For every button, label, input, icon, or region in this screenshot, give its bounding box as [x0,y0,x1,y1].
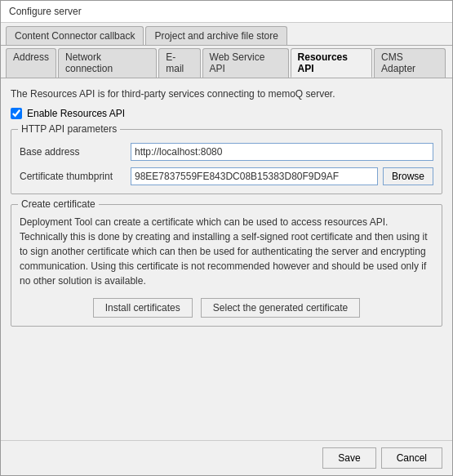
cert-thumbprint-row: Certificate thumbprint Browse [20,167,433,185]
browse-button[interactable]: Browse [383,167,433,185]
tab-email[interactable]: E-mail [158,48,200,78]
content-area: The Resources API is for third-party ser… [1,78,452,440]
info-text: The Resources API is for third-party ser… [11,87,442,101]
top-tab-row: Content Connector callback Project and a… [1,23,452,46]
create-cert-description: Deployment Tool can create a certificate… [20,215,433,288]
base-address-label: Base address [20,146,126,158]
cert-thumbprint-label: Certificate thumbprint [20,171,126,182]
create-cert-title: Create certificate [18,198,99,210]
configure-server-window: Configure server Content Connector callb… [0,0,453,476]
base-address-input[interactable] [131,143,433,161]
tab-cms-adapter[interactable]: CMS Adapter [374,48,446,78]
cancel-button[interactable]: Cancel [381,447,442,469]
install-certificates-button[interactable]: Install certificates [93,298,193,318]
bottom-tab-row: Address Network connection E-mail Web Se… [1,46,452,78]
window-title: Configure server [9,6,82,17]
create-cert-group: Create certificate Deployment Tool can c… [11,204,442,327]
select-generated-certificate-button[interactable]: Select the generated certificate [201,298,360,318]
http-api-group: HTTP API parameters Base address Certifi… [11,129,442,194]
tab-content-connector[interactable]: Content Connector callback [6,26,144,45]
enable-resources-api-label: Enable Resources API [27,108,125,119]
cert-thumbprint-input[interactable] [131,167,378,185]
footer: Save Cancel [1,440,452,475]
tab-project-archive[interactable]: Project and archive file store [145,26,286,45]
tab-address[interactable]: Address [6,48,56,78]
enable-checkbox-row: Enable Resources API [11,108,442,119]
cert-buttons-row: Install certificates Select the generate… [20,298,433,318]
tab-network-connection[interactable]: Network connection [58,48,157,78]
enable-resources-api-checkbox[interactable] [11,108,22,119]
tab-web-service-api[interactable]: Web Service API [202,48,289,78]
http-api-group-title: HTTP API parameters [18,123,120,135]
base-address-row: Base address [20,143,433,161]
title-bar: Configure server [1,1,452,23]
save-button[interactable]: Save [322,447,375,469]
tab-resources-api[interactable]: Resources API [291,48,373,78]
